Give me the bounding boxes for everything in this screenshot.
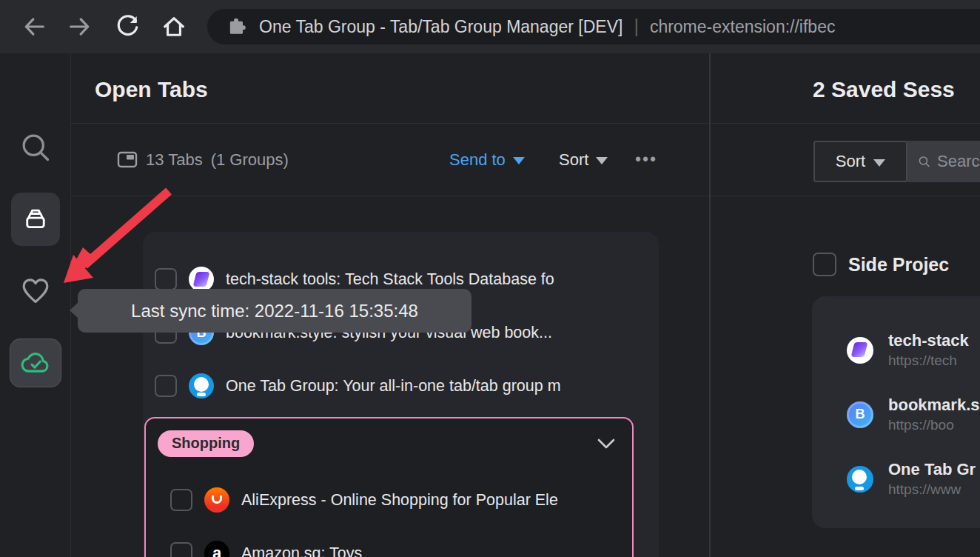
session-tab-url: https://tech (888, 353, 969, 369)
search-input[interactable] (937, 152, 980, 171)
amazon-icon: a (204, 541, 229, 557)
back-arrow-icon (21, 13, 47, 40)
reload-icon (114, 13, 141, 40)
more-options-icon: ••• (635, 150, 657, 170)
tech-stack-tools-icon (189, 267, 214, 292)
tab-title: AliExpress - Online Shopping for Popular… (241, 491, 558, 510)
send-to-label: Send to (449, 150, 506, 170)
sessions-sort-button[interactable]: Sort (813, 141, 907, 182)
tab-checkbox[interactable] (155, 268, 177, 290)
home-icon (161, 13, 187, 40)
tab-title: One Tab Group: Your all-in-one tab/tab g… (226, 377, 561, 396)
sort-label: Sort (836, 152, 865, 171)
sort-label: Sort (559, 150, 588, 170)
extension-puzzle-icon (226, 17, 246, 36)
sidebar-item-search[interactable] (19, 130, 53, 164)
tab-group-shopping: Shopping AliExpress - Online Shopping fo… (144, 417, 634, 557)
tab-count-label: 13 Tabs (146, 150, 203, 170)
tab-row[interactable]: One Tab Group: Your all-in-one tab/tab g… (143, 359, 659, 413)
session-tab-title: One Tab Gr (888, 460, 976, 479)
heart-icon (19, 275, 52, 307)
tab-checkbox[interactable] (155, 375, 177, 397)
sessions-search-box[interactable] (907, 141, 980, 182)
tooltip-arrow (70, 302, 78, 318)
forward-arrow-icon (67, 13, 93, 40)
session-card: tech-stack https://tech B bookmark.s htt… (812, 296, 980, 528)
chevron-down-icon[interactable] (597, 438, 616, 450)
session-tab-item[interactable]: tech-stack https://tech (812, 318, 980, 382)
forward-button[interactable] (65, 12, 95, 41)
more-options-button[interactable]: ••• (635, 124, 657, 196)
session-checkbox[interactable] (813, 253, 836, 276)
one-tab-group-app: One Tab Group - Tab/Tab Group Manager [D… (0, 0, 980, 557)
divider (711, 196, 980, 196)
cloud-sync-check-icon (20, 348, 51, 378)
open-tabs-card: tech-stack tools: Tech Stack Tools Datab… (143, 232, 659, 557)
tab-checkbox[interactable] (170, 489, 192, 511)
browser-toolbar: One Tab Group - Tab/Tab Group Manager [D… (0, 0, 980, 53)
aliexpress-icon (204, 487, 229, 513)
session-tab-item[interactable]: B bookmark.s https://boo (812, 382, 980, 447)
divider (71, 196, 709, 196)
session-tab-item[interactable]: One Tab Gr https://www (812, 447, 980, 511)
tab-count: 13 Tabs (1 Groups) (117, 124, 289, 196)
tab-title: Amazon.sg: Toys (241, 544, 362, 557)
tab-checkbox[interactable] (170, 542, 192, 557)
chevron-down-icon (596, 157, 608, 164)
group-count-label: (1 Groups) (211, 150, 289, 170)
archive-box-icon (21, 204, 50, 234)
sidebar-item-tabs-active[interactable] (11, 193, 60, 246)
tab-row[interactable]: a Amazon.sg: Toys (146, 527, 632, 557)
tab-row[interactable]: AliExpress - Online Shopping for Popular… (146, 473, 632, 527)
one-tab-group-icon (847, 466, 873, 493)
session-tab-title: bookmark.s (888, 396, 980, 415)
tooltip-text: Last sync time: 2022-11-16 15:35:48 (131, 301, 418, 321)
divider (711, 123, 980, 124)
tab-title: tech-stack tools: Tech Stack Tools Datab… (226, 270, 554, 289)
chevron-down-icon (873, 159, 885, 167)
session-tab-url: https://boo (888, 417, 980, 433)
saved-sessions-title: 2 Saved Sess (813, 77, 955, 102)
open-tabs-toolbar: 13 Tabs (1 Groups) Send to Sort ••• (71, 124, 709, 196)
session-name: Side Projec (848, 254, 949, 276)
window-tabs-icon (117, 150, 138, 169)
page-url: chrome-extension://ifbec (650, 17, 836, 37)
address-bar[interactable]: One Tab Group - Tab/Tab Group Manager [D… (207, 9, 980, 44)
search-icon (19, 131, 52, 164)
saved-sessions-panel: 2 Saved Sess Sort Side Projec tech-stack (711, 53, 980, 557)
send-to-button[interactable]: Send to (449, 124, 525, 196)
open-tabs-title: Open Tabs (95, 77, 208, 102)
search-icon (918, 153, 930, 170)
session-tab-title: tech-stack (888, 331, 969, 350)
chevron-down-icon (513, 157, 525, 164)
reload-button[interactable] (113, 12, 142, 41)
bookmark-style-icon: B (847, 401, 873, 428)
group-rows: AliExpress - Online Shopping for Popular… (146, 473, 632, 557)
title-url-separator: | (634, 16, 639, 37)
page-title: One Tab Group - Tab/Tab Group Manager [D… (259, 17, 622, 37)
one-tab-group-icon (189, 373, 214, 398)
sync-tooltip: Last sync time: 2022-11-16 15:35:48 (78, 289, 471, 333)
home-button[interactable] (159, 12, 189, 41)
sort-button[interactable]: Sort (559, 124, 608, 196)
sidebar-item-favorites[interactable] (19, 274, 53, 308)
sidebar (0, 53, 71, 557)
session-header[interactable]: Side Projec (813, 253, 949, 276)
sidebar-item-sync[interactable] (10, 338, 61, 387)
back-button[interactable] (19, 12, 49, 41)
session-tab-url: https://www (888, 481, 976, 498)
group-badge[interactable]: Shopping (158, 430, 254, 457)
tech-stack-tools-icon (847, 337, 873, 364)
